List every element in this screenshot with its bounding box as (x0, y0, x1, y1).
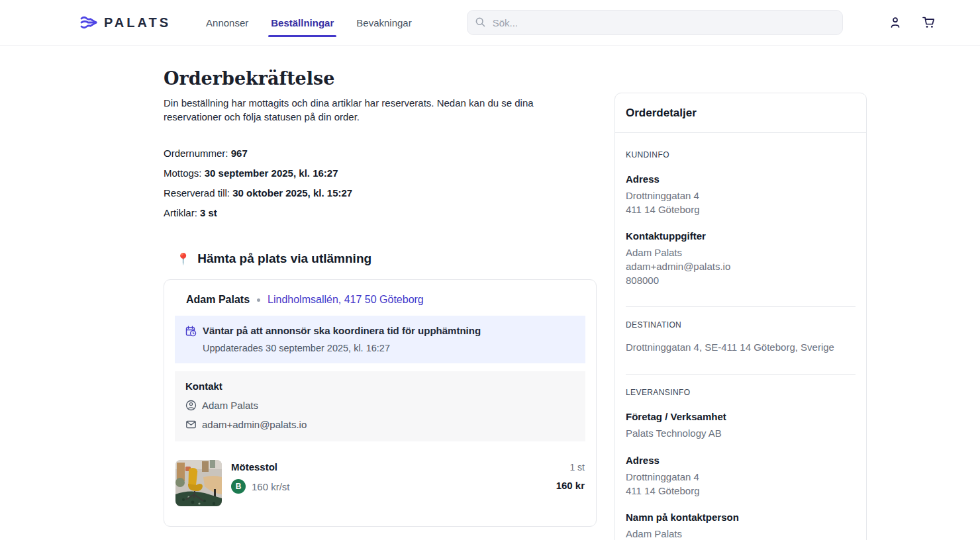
kundinfo-adress-line1: Drottninggatan 4 (626, 189, 856, 203)
leverans-adress-line2: 411 14 Göteborg (626, 484, 856, 498)
reserved-until-value: 30 oktober 2025, kl. 15:27 (232, 187, 352, 199)
kontaktuppgifter-heading: Kontaktuppgifter (626, 230, 856, 242)
pin-icon: 📍 (176, 252, 190, 266)
kundinfo-adress-value: Drottninggatan 4 411 14 Göteborg (626, 189, 856, 216)
order-meta: Ordernummer: 967 Mottogs: 30 september 2… (164, 148, 597, 218)
kontakt-phone: 808000 (626, 274, 856, 288)
brand-name: PALATS (104, 15, 171, 30)
order-number-label: Ordernummer: (164, 148, 228, 159)
order-details-column: Orderdetaljer KUNDINFO Adress Drottningg… (614, 46, 867, 540)
search-icon (475, 17, 486, 30)
product-name: Mötesstol (231, 461, 290, 472)
status-row: Väntar på att annonsör ska koordinera ti… (185, 325, 575, 337)
order-details-body: KUNDINFO Adress Drottninggatan 4 411 14 … (615, 133, 866, 540)
product-info: Mötesstol B 160 kr/st (231, 460, 290, 506)
calendar-clock-icon (185, 326, 197, 337)
destination-label: DESTINATION (626, 320, 856, 330)
kontakt-email: adam+admin@palats.io (626, 260, 856, 274)
header-actions (889, 15, 936, 30)
search-input[interactable] (467, 10, 843, 35)
order-details-title: Orderdetaljer (615, 93, 866, 133)
top-navigation-bar: PALATS Annonser Beställningar Bevakninga… (0, 0, 980, 46)
main-nav: Annonser Beställningar Bevakningar (195, 0, 423, 45)
search-bar (467, 10, 843, 35)
kundinfo-adress-line2: 411 14 Göteborg (626, 203, 856, 217)
kontakt-name: Adam Palats (626, 246, 856, 260)
kontaktperson-value: Adam Palats (626, 527, 856, 540)
status-updated: Uppdaterades 30 september 2025, kl. 16:2… (203, 343, 575, 353)
page-title: Orderbekräftelse (164, 68, 597, 89)
palats-logo-icon (79, 13, 98, 32)
seller-header: Adam Palats Lindholmsallén, 417 50 Göteb… (175, 291, 585, 316)
section-divider (626, 306, 856, 307)
order-details-card: Orderdetaljer KUNDINFO Adress Drottningg… (614, 93, 867, 540)
received-line: Mottogs: 30 september 2025, kl. 16:27 (164, 167, 597, 179)
product-total: 160 kr (556, 480, 585, 491)
product-totals: 1 st 160 kr (556, 460, 585, 506)
order-number-value: 967 (231, 148, 248, 159)
foretag-value: Palats Technology AB (626, 427, 856, 441)
pickup-section-heading: 📍 Hämta på plats via utlämning (176, 251, 597, 266)
received-label: Mottogs: (164, 167, 202, 179)
received-value: 30 september 2025, kl. 16:27 (205, 167, 338, 179)
items-count-label: Artiklar: (164, 207, 197, 218)
status-banner: Väntar på att annonsör ska koordinera ti… (175, 316, 585, 363)
leverans-adress-heading: Adress (626, 455, 856, 466)
cart-icon[interactable] (922, 15, 936, 30)
items-count-value: 3 st (200, 207, 217, 218)
seller-name: Adam Palats (186, 294, 250, 306)
kontaktuppgifter-value: Adam Palats adam+admin@palats.io 808000 (626, 246, 856, 287)
status-text: Väntar på att annonsör ska koordinera ti… (203, 325, 481, 336)
contact-heading: Kontakt (185, 381, 575, 392)
contact-box: Kontakt Adam Palats (175, 371, 585, 441)
kundinfo-label: KUNDINFO (626, 150, 856, 159)
product-quantity: 1 st (556, 462, 585, 472)
product-thumbnail[interactable] (175, 460, 222, 506)
reserved-until-label: Reserverad till: (164, 187, 230, 199)
unit-price: 160 kr/st (252, 481, 290, 492)
product-price-row: B 160 kr/st (231, 479, 290, 494)
contact-email: adam+admin@palats.io (202, 419, 307, 430)
pickup-address-link[interactable]: Lindholmsallén, 417 50 Göteborg (268, 294, 424, 306)
mail-icon (185, 419, 197, 430)
condition-badge: B (231, 479, 246, 494)
reserved-until-line: Reserverad till: 30 oktober 2025, kl. 15… (164, 187, 597, 199)
leveransinfo-label: LEVERANSINFO (626, 388, 856, 397)
page-content: Orderbekräftelse Din beställning har mot… (164, 46, 980, 540)
kontaktperson-heading: Namn på kontaktperson (626, 512, 856, 523)
items-count-line: Artiklar: 3 st (164, 207, 597, 218)
foretag-heading: Företag / Verksamhet (626, 411, 856, 422)
pickup-heading-text: Hämta på plats via utlämning (197, 251, 371, 266)
account-icon[interactable] (889, 16, 902, 29)
nav-annonser[interactable]: Annonser (198, 0, 256, 45)
nav-bevakningar[interactable]: Bevakningar (348, 0, 419, 45)
order-confirmation-main: Orderbekräftelse Din beställning har mot… (164, 46, 597, 540)
leverans-adress-line1: Drottninggatan 4 (626, 471, 856, 484)
contact-name-row: Adam Palats (185, 400, 575, 411)
nav-bestallningar[interactable]: Beställningar (263, 0, 342, 45)
order-number-line: Ordernummer: 967 (164, 148, 597, 159)
section-divider (626, 374, 856, 375)
pickup-order-card: Adam Palats Lindholmsallén, 417 50 Göteb… (164, 279, 597, 527)
contact-name: Adam Palats (202, 400, 258, 411)
user-circle-icon (185, 400, 197, 411)
destination-value: Drottninggatan 4, SE-411 14 Göteborg, Sv… (626, 341, 856, 355)
contact-email-row: adam+admin@palats.io (185, 419, 575, 430)
dot-separator (257, 298, 260, 302)
leverans-adress-value: Drottninggatan 4 411 14 Göteborg (626, 471, 856, 498)
palats-logo[interactable]: PALATS (79, 13, 171, 32)
kundinfo-adress-heading: Adress (626, 173, 856, 185)
intro-text: Din beställning har mottagits och dina a… (164, 97, 593, 124)
order-item-row: Mötesstol B 160 kr/st 1 st 160 kr (175, 460, 585, 506)
